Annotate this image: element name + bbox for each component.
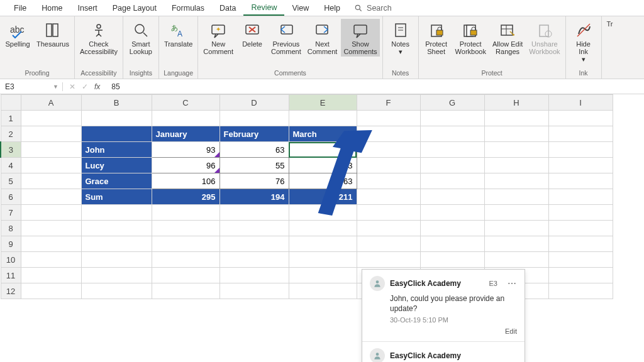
cell[interactable]	[21, 189, 81, 205]
cell[interactable]	[21, 173, 81, 189]
cell[interactable]	[21, 252, 81, 268]
cell[interactable]	[152, 205, 219, 221]
cell[interactable]	[484, 221, 548, 236]
cell[interactable]	[357, 173, 420, 189]
column-header[interactable]: G	[420, 95, 484, 111]
row-header[interactable]: 11	[1, 268, 21, 283]
ribbon-new-comment[interactable]: ✦New Comment	[201, 19, 236, 57]
tab-insert[interactable]: Insert	[70, 1, 105, 15]
cell[interactable]: 63	[219, 142, 289, 158]
cell[interactable]	[289, 205, 357, 221]
cell[interactable]	[81, 111, 152, 126]
column-header[interactable]: C	[152, 95, 219, 111]
ribbon-spelling[interactable]: abcSpelling	[3, 19, 33, 49]
row-header[interactable]: 12	[1, 283, 21, 299]
cell[interactable]: 194	[219, 189, 289, 205]
cell[interactable]	[484, 189, 548, 205]
cell[interactable]: 76	[219, 173, 289, 189]
cell[interactable]	[289, 268, 357, 283]
cell[interactable]	[219, 268, 289, 283]
cell[interactable]	[357, 252, 420, 268]
cell[interactable]	[81, 126, 152, 142]
cell[interactable]	[484, 205, 548, 221]
cell[interactable]: 85	[289, 142, 357, 158]
cell[interactable]	[420, 205, 484, 221]
cell[interactable]: 96	[152, 158, 219, 173]
cell[interactable]	[21, 158, 81, 173]
cell[interactable]	[152, 236, 219, 252]
cell[interactable]	[219, 236, 289, 252]
cell[interactable]	[21, 142, 81, 158]
cell[interactable]	[289, 111, 357, 126]
ribbon-hide-ink[interactable]: Hide Ink ▾	[569, 19, 599, 64]
cell[interactable]	[420, 126, 484, 142]
column-header[interactable]: F	[357, 95, 420, 111]
cell[interactable]: 63	[289, 173, 357, 189]
cell[interactable]	[219, 252, 289, 268]
select-all-cell[interactable]	[1, 95, 21, 111]
cell[interactable]	[420, 189, 484, 205]
cell[interactable]	[548, 158, 613, 173]
cell[interactable]	[548, 205, 613, 221]
ribbon-notes[interactable]: Notes ▾	[386, 19, 416, 57]
cell[interactable]	[548, 268, 613, 283]
tell-me-search[interactable]: Search	[354, 4, 392, 13]
cell[interactable]: Lucy	[81, 158, 152, 173]
cell[interactable]	[152, 252, 219, 268]
fx-icon[interactable]: fx	[94, 82, 100, 91]
cell[interactable]: 211	[289, 189, 357, 205]
worksheet[interactable]: ABCDEFGHI12JanuaryFebruaryMarch3John9363…	[0, 94, 644, 299]
tab-formulas[interactable]: Formulas	[164, 1, 212, 15]
tab-file[interactable]: File	[6, 1, 34, 15]
tab-data[interactable]: Data	[212, 1, 243, 15]
cell[interactable]	[289, 236, 357, 252]
cell[interactable]	[81, 221, 152, 236]
cell[interactable]	[81, 236, 152, 252]
cell[interactable]	[484, 173, 548, 189]
cell[interactable]: 93	[152, 142, 219, 158]
cell[interactable]	[548, 236, 613, 252]
ribbon-unshare-workbook[interactable]: Unshare Workbook	[526, 19, 562, 57]
tab-view[interactable]: View	[284, 1, 316, 15]
cell[interactable]: 55	[219, 158, 289, 173]
cell[interactable]	[548, 252, 613, 268]
cell[interactable]	[357, 236, 420, 252]
cell[interactable]	[548, 221, 613, 236]
cell[interactable]	[152, 221, 219, 236]
cell[interactable]	[420, 158, 484, 173]
cell[interactable]	[484, 111, 548, 126]
cell[interactable]: March	[289, 126, 357, 142]
cell[interactable]	[219, 283, 289, 299]
cell[interactable]	[289, 252, 357, 268]
enter-icon[interactable]: ✓	[82, 82, 88, 91]
cell[interactable]	[484, 126, 548, 142]
formula-input[interactable]: 85	[106, 82, 644, 91]
column-header[interactable]: D	[219, 95, 289, 111]
row-header[interactable]: 2	[1, 126, 21, 142]
cell[interactable]	[420, 142, 484, 158]
cell[interactable]	[152, 111, 219, 126]
cell[interactable]	[548, 126, 613, 142]
cancel-icon[interactable]: ✕	[69, 82, 75, 91]
row-header[interactable]: 7	[1, 205, 21, 221]
cell[interactable]	[357, 158, 420, 173]
cell[interactable]	[484, 252, 548, 268]
cell[interactable]	[21, 205, 81, 221]
cell[interactable]	[81, 205, 152, 221]
row-header[interactable]: 1	[1, 111, 21, 126]
column-header[interactable]: B	[81, 95, 152, 111]
ribbon-thesaurus[interactable]: Thesaurus	[34, 19, 72, 49]
ribbon-smart-lookup[interactable]: Smart Lookup	[126, 19, 156, 57]
row-header[interactable]: 9	[1, 236, 21, 252]
row-header[interactable]: 6	[1, 189, 21, 205]
cell[interactable]	[81, 283, 152, 299]
column-header[interactable]: I	[548, 95, 613, 111]
cell[interactable]	[548, 189, 613, 205]
cell[interactable]	[357, 111, 420, 126]
cell[interactable]	[548, 111, 613, 126]
cell[interactable]	[420, 221, 484, 236]
cell[interactable]	[21, 126, 81, 142]
cell[interactable]	[484, 236, 548, 252]
cell[interactable]	[21, 236, 81, 252]
cell[interactable]: 63	[289, 158, 357, 173]
